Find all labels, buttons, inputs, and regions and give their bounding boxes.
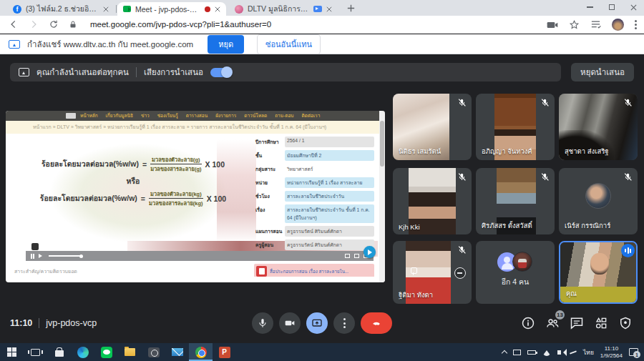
self-tile[interactable]: คุณ: [559, 241, 638, 304]
more-options-button[interactable]: [333, 312, 355, 334]
system-tray: ไทย 11:10 1/9/2564 1: [502, 343, 644, 361]
meet-right-controls: 13: [521, 316, 633, 330]
line-app-button[interactable]: [94, 343, 118, 361]
window-controls: [587, 1, 637, 13]
presentation-audio-label: เสียงการนำเสนอ: [144, 66, 203, 79]
mic-muted-icon: [457, 98, 467, 107]
line-icon: [101, 347, 112, 358]
activities-button[interactable]: [594, 316, 608, 330]
participant-tile[interactable]: Kjh Kki: [393, 168, 472, 234]
tab-close-icon[interactable]: [326, 6, 332, 12]
participant-tile[interactable]: สุชาดา ส่งเสริฐ: [559, 94, 638, 160]
overflow-tile[interactable]: อีก 4 คน: [476, 241, 555, 304]
meeting-details-button[interactable]: [521, 316, 535, 330]
action-center-icon[interactable]: 1: [629, 348, 638, 356]
chrome-button[interactable]: [189, 343, 213, 361]
stop-sharing-button[interactable]: หยุด: [208, 35, 244, 54]
nav-item: ผังรายการ: [215, 112, 236, 119]
new-tab-button[interactable]: [346, 4, 356, 13]
shared-screen-tile[interactable]: หน้าหลัก เกี่ยวกับมูลนิธิ ข่าว ช่องเรียน…: [6, 111, 385, 282]
language-indicator[interactable]: ไทย: [583, 347, 594, 357]
participant-tile[interactable]: เนิร์ส กรรณิการ์: [559, 168, 638, 234]
hide-infobar-button[interactable]: ซ่อนอันนี้แทน: [257, 34, 321, 54]
mic-button[interactable]: [252, 312, 273, 334]
participant-tile[interactable]: อภิญญา จันทวงศ์: [476, 94, 555, 160]
tab-dltv[interactable]: DLTV มูลนิธิการศึกษาทางไกลผ่า: [229, 2, 338, 16]
present-button[interactable]: [306, 312, 328, 334]
formula-lhs: ร้อยละโดยมวลต่อมวล(%w/w): [40, 192, 137, 204]
stop-presenting-button[interactable]: หยุดนำเสนอ: [571, 63, 634, 81]
participant-tile[interactable]: ศิรภัสสร ตั้งสวัสดิ์: [476, 168, 555, 234]
screen: f (3) ไฟล์ม.2 ธ.ช่วยอินปยราภักดิ์ | Fa M…: [0, 0, 644, 361]
participant-tile[interactable]: นิติธร เสมรัตน์: [393, 94, 472, 160]
display-icon[interactable]: [513, 350, 521, 355]
tab-close-icon[interactable]: [215, 6, 220, 12]
lock-icon[interactable]: [69, 20, 77, 29]
floating-play-button: [364, 246, 376, 258]
participants-button[interactable]: 13: [545, 316, 560, 330]
forward-icon[interactable]: [29, 19, 39, 29]
page-scrollbar: [379, 111, 385, 282]
back-icon[interactable]: [9, 19, 19, 29]
fraction: มวลของตัวละลาย(kg) มวลของสารละลาย(kg): [149, 189, 203, 207]
meeting-info: 11:10 jvp-pdos-vcp: [10, 318, 97, 328]
table-label: เรื่อง: [254, 204, 283, 223]
clock-time: 11:10: [605, 345, 618, 352]
bookmark-star-icon[interactable]: [569, 19, 580, 30]
fraction: มวลของตัวละลาย(g) มวลของสารละลาย(g): [150, 155, 202, 173]
overflow-avatars: [497, 252, 533, 273]
edge-button[interactable]: [71, 343, 94, 361]
profile-avatar[interactable]: [612, 19, 624, 31]
task-view-button[interactable]: [24, 343, 47, 361]
taskbar-clock[interactable]: 11:10 1/9/2564: [600, 345, 623, 360]
tab-facebook[interactable]: f (3) ไฟล์ม.2 ธ.ช่วยอินปยราภักดิ์ | Fa: [7, 2, 114, 16]
close-window-icon[interactable]: [630, 4, 637, 11]
browser-tab-strip: f (3) ไฟล์ม.2 ธ.ช่วยอินปยราภักดิ์ | Fa M…: [0, 0, 644, 16]
reload-icon[interactable]: [49, 19, 59, 29]
equals-sign: =: [141, 194, 145, 203]
nav-item: ดาวน์โหลด: [244, 112, 267, 119]
clock-date: 1/9/2564: [600, 352, 623, 359]
tab-meet[interactable]: Meet - jvp-pdos-vcp: [117, 2, 226, 16]
numerator: มวลของตัวละลาย(g): [150, 155, 202, 164]
url-input[interactable]: meet.google.com/jvp-pdos-vcp?pli=1&authu…: [90, 20, 271, 29]
usb-icon[interactable]: [570, 350, 577, 354]
remove-participant-icon[interactable]: [454, 267, 466, 279]
participant-name: Kjh Kki: [399, 223, 420, 231]
camera-app-button[interactable]: [142, 343, 165, 361]
media-link: สื่อประกอบการสอน เรื่อง สารละลายใน...: [270, 268, 348, 275]
media-row: สื่อประกอบการสอน เรื่อง สารละลายใน...: [254, 264, 374, 277]
file-explorer-button[interactable]: [118, 343, 142, 361]
browser-menu-icon[interactable]: [635, 20, 637, 29]
tab-close-icon[interactable]: [103, 6, 109, 12]
nav-item: ติดต่อเรา: [301, 112, 320, 119]
mic-muted-icon: [457, 245, 467, 254]
wifi-icon[interactable]: [542, 346, 551, 356]
volume-icon[interactable]: [557, 350, 561, 355]
numerator: มวลของตัวละลาย(kg): [149, 189, 203, 199]
screen-share-indicator-icon[interactable]: [547, 21, 558, 29]
microsoft-store-button[interactable]: [47, 343, 71, 361]
end-call-button[interactable]: [361, 312, 392, 334]
mail-app-button[interactable]: [165, 343, 189, 361]
volume-icon: [39, 254, 44, 258]
presentation-audio-toggle[interactable]: [210, 68, 232, 77]
participant-tile[interactable]: ฐิติมา ทังดา: [393, 241, 472, 304]
share-infobar-text: กำลังแชร์ www.dltv.ac.th กับ meet.google…: [27, 38, 193, 51]
battery-icon[interactable]: [527, 350, 536, 355]
minimize-icon[interactable]: [587, 6, 593, 8]
chat-button[interactable]: [570, 316, 584, 330]
tab-audio-icon: [313, 6, 322, 12]
pip-icon: [354, 254, 359, 258]
tray-expand-icon[interactable]: [502, 350, 507, 355]
start-button[interactable]: [0, 343, 24, 361]
maximize-icon[interactable]: [609, 4, 615, 10]
powerpoint-button[interactable]: P: [213, 343, 236, 361]
facebook-favicon: f: [13, 5, 21, 14]
formula-block: ร้อยละโดยมวลต่อมวล(%w/w) = มวลของตัวละลา…: [11, 155, 255, 207]
host-controls-button[interactable]: [618, 316, 633, 330]
reading-list-icon[interactable]: [590, 20, 601, 29]
breadcrumb: หน้าแรก » DLTV » วิทยาศาสตร์ » หน่วยการเ…: [6, 121, 385, 134]
camera-button[interactable]: [279, 312, 301, 334]
participant-name: ฐิติมา ทังดา: [399, 290, 433, 300]
